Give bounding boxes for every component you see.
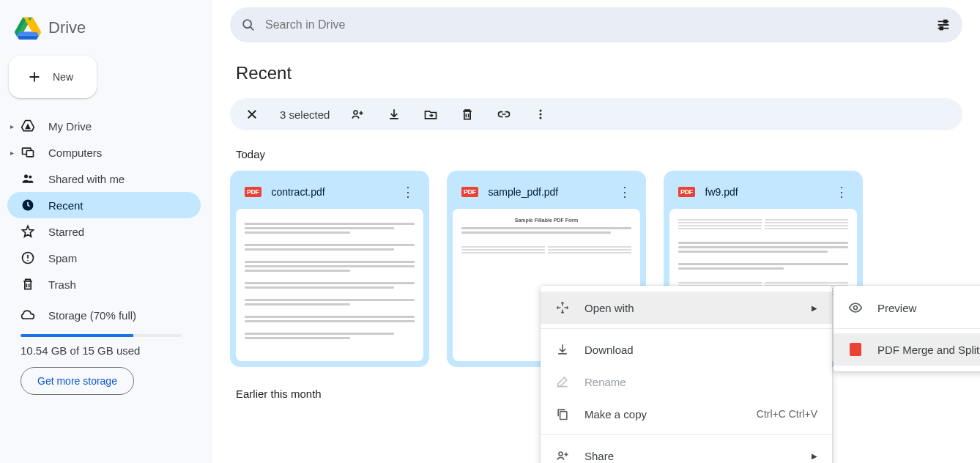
menu-divider (834, 328, 980, 329)
sidebar-nav: ▸ My Drive ▸ Computers Shared with me (6, 113, 207, 297)
menu-item-label: Rename (584, 376, 626, 388)
expand-caret-icon[interactable]: ▸ (10, 122, 14, 130)
menu-item-label: Make a copy (584, 408, 647, 421)
expand-caret-icon[interactable]: ▸ (10, 149, 14, 157)
storage-block: Storage (70% full) 10.54 GB of 15 GB use… (6, 299, 207, 399)
link-button[interactable] (495, 105, 513, 123)
chevron-right-icon: ▶ (812, 452, 817, 460)
sidebar-item-label: Trash (48, 278, 76, 291)
svg-rect-13 (560, 412, 567, 420)
copy-icon (555, 407, 570, 421)
share-button[interactable] (349, 105, 366, 123)
get-storage-button[interactable]: Get more storage (21, 367, 134, 395)
main-content: Recent 3 selected (212, 0, 980, 463)
menu-item-label: Open with (584, 302, 634, 314)
sidebar-item-label: Spam (48, 252, 77, 264)
app-name: Drive (48, 18, 86, 37)
menu-item-rename: Rename (541, 366, 832, 398)
submenu-item-label: PDF Merge and Split (877, 344, 979, 356)
submenu-item-label: Preview (877, 302, 916, 314)
shared-icon (21, 171, 35, 186)
submenu-item-preview[interactable]: Preview (834, 292, 980, 324)
sidebar-item-shared[interactable]: Shared with me (7, 166, 201, 192)
svg-rect-7 (944, 21, 947, 23)
star-icon (21, 224, 35, 239)
sidebar-item-label: Recent (48, 199, 83, 212)
svg-rect-8 (940, 27, 943, 30)
storage-bar (21, 334, 182, 337)
app-logo-row[interactable]: Drive (6, 6, 207, 53)
search-bar[interactable] (230, 7, 962, 42)
new-button[interactable]: New (9, 56, 97, 98)
recent-icon (21, 198, 35, 212)
spam-icon (21, 251, 35, 265)
section-today: Today (236, 148, 957, 160)
svg-point-14 (559, 452, 563, 456)
new-button-label: New (53, 71, 73, 83)
file-name: sample_pdf.pdf (489, 186, 609, 198)
chevron-right-icon: ▶ (812, 304, 817, 312)
menu-item-make-copy[interactable]: Make a copy Ctrl+C Ctrl+V (541, 398, 832, 430)
menu-item-share[interactable]: Share ▶ (541, 440, 832, 463)
preview-icon (848, 300, 863, 315)
file-thumbnail (236, 209, 423, 361)
pdf-icon: PDF (461, 187, 478, 197)
pdf-app-icon (848, 342, 863, 357)
menu-divider (541, 328, 832, 329)
sidebar-item-trash[interactable]: Trash (7, 271, 201, 297)
clear-selection-button[interactable] (243, 105, 261, 123)
selection-bar: 3 selected (230, 98, 962, 130)
open-with-icon (555, 300, 570, 315)
sidebar-item-label: My Drive (48, 120, 92, 133)
svg-point-10 (540, 110, 542, 112)
svg-point-12 (540, 117, 542, 119)
storage-bar-fill (21, 334, 133, 337)
search-input[interactable] (265, 18, 935, 32)
page-title: Recent (236, 63, 957, 84)
tune-icon[interactable] (935, 16, 952, 34)
more-button[interactable] (532, 105, 549, 123)
pdf-icon: PDF (245, 187, 261, 197)
share-icon (555, 448, 570, 463)
sidebar-item-starred[interactable]: Starred (7, 218, 201, 245)
file-card[interactable]: PDF contract.pdf ⋮ (230, 171, 429, 367)
delete-button[interactable] (459, 105, 476, 123)
file-more-button[interactable]: ⋮ (835, 184, 848, 200)
svg-point-3 (29, 175, 31, 178)
rename-icon (555, 374, 570, 389)
move-button[interactable] (422, 105, 439, 123)
menu-item-open-with[interactable]: Open with ▶ (541, 292, 832, 324)
plus-icon (26, 69, 42, 85)
trash-icon (21, 277, 35, 292)
sidebar-item-storage[interactable]: Storage (70% full) (21, 303, 192, 327)
computers-icon (21, 145, 35, 160)
menu-divider (541, 434, 832, 435)
sidebar-item-recent[interactable]: Recent (7, 192, 201, 218)
download-button[interactable] (385, 105, 403, 123)
menu-item-label: Share (584, 450, 614, 462)
svg-point-2 (24, 174, 28, 178)
submenu-open-with: Preview PDF Merge and Split (834, 286, 980, 371)
storage-used-text: 10.54 GB of 15 GB used (21, 344, 192, 357)
selection-count: 3 selected (280, 108, 330, 121)
cloud-icon (21, 308, 35, 322)
menu-item-download[interactable]: Download (541, 333, 832, 366)
file-more-button[interactable]: ⋮ (401, 184, 415, 200)
sidebar: Drive New ▸ My Drive ▸ Computers (0, 0, 212, 463)
sidebar-item-computers[interactable]: ▸ Computers (7, 139, 201, 166)
pdf-icon: PDF (678, 187, 695, 197)
file-name: fw9.pdf (705, 186, 825, 198)
file-more-button[interactable]: ⋮ (618, 184, 631, 200)
sidebar-item-spam[interactable]: Spam (7, 245, 201, 271)
storage-label: Storage (70% full) (48, 309, 136, 322)
sidebar-item-my-drive[interactable]: ▸ My Drive (7, 113, 201, 139)
search-icon (240, 17, 256, 33)
svg-point-11 (540, 114, 542, 116)
svg-point-9 (354, 111, 357, 114)
svg-point-6 (243, 20, 251, 28)
drive-icon (21, 119, 35, 133)
svg-rect-1 (26, 151, 33, 157)
submenu-item-pdf-merge-split[interactable]: PDF Merge and Split (834, 333, 980, 366)
menu-shortcut: Ctrl+C Ctrl+V (757, 408, 817, 420)
menu-item-label: Download (584, 344, 634, 356)
